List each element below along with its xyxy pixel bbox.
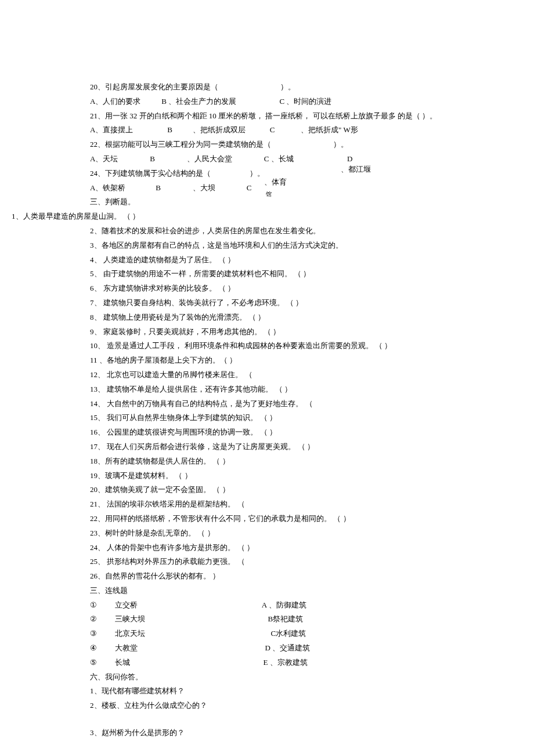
- mc-q22: 22、根据功能可以与三峡工程分为同一类建筑物的是（ ）。: [90, 139, 505, 151]
- answer-title: 六、我问你答。: [90, 671, 505, 683]
- match-right: E 、宗教建筑: [264, 658, 308, 667]
- match-num: ④: [90, 642, 113, 654]
- mc-q24: 24、下列建筑物属于实心结构的是（ ）。: [90, 168, 505, 180]
- q20-A: A、人们的要求: [90, 96, 160, 108]
- judge-item: 9、 家庭装修时，只要美观就好，不用考虑其他的。 （ ）: [90, 326, 505, 338]
- q21-text: 21、用一张 32 开的白纸和两个相距 10 厘米的桥墩， 搭一座纸桥， 可以在…: [90, 111, 437, 120]
- q24-close: ）。: [250, 169, 265, 178]
- judge-item: 26、自然界的雪花什么形状的都有。 ）: [90, 570, 505, 583]
- judge-item: 24、 人体的骨架中也有许多地方是拱形的。 （ ）: [90, 542, 505, 554]
- match-left: 大教堂: [115, 642, 263, 654]
- q24-text: 24、下列建筑物属于实心结构的是（: [90, 169, 211, 178]
- match-num: ③: [90, 628, 113, 640]
- match-row: ② 三峡大坝 B祭祀建筑: [90, 613, 505, 625]
- mc-q22-opts: A、天坛 B 、人民大会堂 C 、长城 D 、都江堰: [90, 153, 505, 165]
- judge-item: 11 、各地的房子屋顶都是上尖下方的。（ ）: [90, 355, 505, 367]
- q20-text: 20、引起房屋发展变化的主要原因是（: [90, 82, 218, 91]
- match-left: 长城: [115, 657, 261, 669]
- mc-q20-opts: A、人们的要求 B 、社会生产力的发展 C 、时间的演进: [90, 96, 505, 108]
- q24-Ctext: 、体育: [264, 176, 287, 189]
- match-right: B祭祀建筑: [268, 614, 304, 623]
- q22-text: 22、根据功能可以与三峡工程分为同一类建筑物的是（: [90, 140, 271, 149]
- match-row: ④ 大教堂 D 、交通建筑: [90, 642, 505, 654]
- answer-q: 3、赵州桥为什么是拱形的？: [90, 727, 505, 739]
- judge-item: 2、随着技术的发展和社会的进步，人类居住的房屋也在发生着变化。: [90, 225, 505, 237]
- judge-item: 18、所有的建筑物都是供人居住的。 （ ）: [90, 455, 505, 468]
- match-right: C水利建筑: [271, 629, 306, 638]
- q24-Btext: 、大坝: [193, 182, 245, 194]
- q22-close: ）。: [333, 140, 348, 149]
- q22-A: A、天坛: [90, 153, 148, 165]
- judge-item: 8、 建筑物上使用瓷砖是为了装饰的光滑漂亮。 （ ）: [90, 312, 505, 324]
- match-row: ① 立交桥 A 、防御建筑: [90, 599, 505, 612]
- match-num: ⑤: [90, 657, 113, 669]
- q24-A: A、铁架桥: [90, 182, 154, 194]
- judge-item: 3、各地区的房屋都有自己的特点，这是当地环境和人们的生活方式决定的。: [90, 240, 505, 252]
- q21-Btext: 、把纸折成双层: [193, 124, 268, 136]
- match-left: 北京天坛: [115, 628, 269, 640]
- match-right: D 、交通建筑: [265, 643, 311, 652]
- judge-item: 15、 我们可从自然界生物身体上学到建筑的知识。 （ ）: [90, 412, 505, 424]
- judge-item: 21、 法国的埃菲尔铁塔采用的是框架结构。 （: [90, 498, 505, 511]
- match-title: 三、连线题: [90, 585, 505, 597]
- q24-B: B: [156, 182, 190, 194]
- judge-item: 10、 造景是通过人工手段， 利用环境条件和构成园林的各种要素造出所需要的景观。…: [90, 340, 505, 352]
- match-row: ⑤ 长城 E 、宗教建筑: [90, 657, 505, 669]
- q22-Dtext: 、都江堰: [341, 164, 371, 176]
- match-row: ③ 北京天坛 C水利建筑: [90, 628, 505, 640]
- q20-C: C 、时间的演进: [280, 97, 332, 106]
- q21-Ctext: 、把纸折成" W形: [301, 125, 358, 134]
- judge-item: 22、用同样的纸搭纸桥，不管形状有什么不同，它们的承载力是相同的。 （ ）: [90, 513, 505, 525]
- judge-item: 4、 人类建造的建筑物都是为了居住。 （ ）: [90, 254, 505, 266]
- judge-item: 25、 拱形结构对外界压力的承载能力更强。 （: [90, 556, 505, 568]
- q21-B: B: [167, 124, 190, 136]
- blank-line: [90, 714, 505, 725]
- match-num: ①: [90, 599, 113, 612]
- q22-D: D: [347, 154, 352, 163]
- q24-Cminor: 馆: [266, 191, 272, 197]
- judge-item: 7、 建筑物只要自身结构、装饰美就行了，不必考虑环境。 （ ）: [90, 297, 505, 309]
- match-num: ②: [90, 613, 113, 625]
- judge-item: 23、树叶的叶脉是杂乱无章的。 （ ）: [90, 527, 505, 540]
- judge-item: 5、 由于建筑物的用途不一样，所需要的建筑材料也不相同。 （ ）: [90, 268, 505, 280]
- judge-item: 19、玻璃不是建筑材料。 （ ）: [90, 470, 505, 482]
- q20-B: B 、社会生产力的发展: [161, 96, 277, 108]
- q22-C: C 、长城: [264, 153, 345, 165]
- match-right: A 、防御建筑: [262, 601, 306, 609]
- judge-item: 1、人类最早建造的房屋是山洞。 （ ）: [12, 211, 505, 223]
- q22-Btext: 、人民大会堂: [187, 153, 262, 165]
- judge-item: 17、 现在人们买房后都会进行装修，这是为了让房屋更美观。 （ ）: [90, 441, 505, 453]
- mc-q24-opts: A、铁架桥 B 、大坝 C 馆 、体育: [90, 182, 505, 194]
- mc-q20: 20、引起房屋发展变化的主要原因是（ ）。: [90, 81, 505, 93]
- mc-q21: 21、用一张 32 开的白纸和两个相距 10 厘米的桥墩， 搭一座纸桥， 可以在…: [90, 110, 505, 122]
- answer-q: 2、楼板、立柱为什么做成空心的？: [90, 700, 505, 712]
- judge-item: 14、 大自然中的万物具有自己的结构特点，是为了更好地生存。 （: [90, 398, 505, 410]
- judge-title: 三、判断题。: [90, 196, 505, 208]
- q20-close: ）。: [280, 82, 295, 91]
- answer-q: 1、现代都有哪些建筑材料？: [90, 685, 505, 697]
- judge-item: 6、 东方建筑物讲求对称美的比较多。 （ ）: [90, 283, 505, 295]
- mc-q21-opts: A、直接摆上 B 、把纸折成双层 C 、把纸折成" W形: [90, 124, 505, 136]
- judge-item: 13、 建筑物不单是给人提供居住，还有许多其他功能。 （ ）: [90, 384, 505, 396]
- match-left: 立交桥: [115, 599, 260, 612]
- judge-item: 16、 公园里的建筑很讲究与周围环境的协调一致。 （ ）: [90, 426, 505, 439]
- q24-C: C: [247, 182, 264, 194]
- q21-C: C: [270, 124, 299, 136]
- q21-A: A、直接摆上: [90, 124, 165, 136]
- judge-item: 20、建筑物美观了就一定不会坚固。 （ ）: [90, 484, 505, 496]
- match-left: 三峡大坝: [115, 613, 266, 625]
- q22-B: B: [150, 153, 185, 165]
- judge-item: 12、 北京也可以建造大量的吊脚竹楼来居住。 （: [90, 369, 505, 381]
